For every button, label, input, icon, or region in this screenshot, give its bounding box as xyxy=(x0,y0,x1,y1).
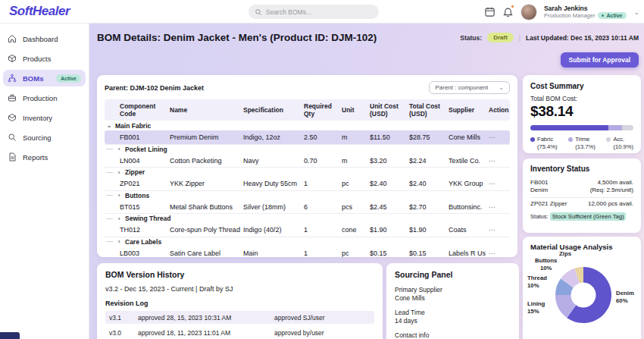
sidebar-item-products[interactable]: Products xyxy=(3,50,86,67)
user-info[interactable]: Sarah Jenkins Production Manager Active xyxy=(544,5,627,20)
inventory-status-title: Inventory Status xyxy=(530,165,633,173)
sidebar-item-boms[interactable]: BOMsActive xyxy=(3,70,86,86)
chevron-right-icon: › xyxy=(116,192,122,199)
main-content: BOM Details: Denim Jacket - Men's (Produ… xyxy=(89,24,644,339)
bom-table-card: Parent: DJM-102 Denim Jacket Parent : co… xyxy=(97,75,517,257)
chevron-right-icon: › xyxy=(116,169,122,176)
table-row-th012[interactable]: TH012Core-spun Poly ThreadIndigo (40/2)1… xyxy=(105,223,510,237)
inventory-status-line: Status: Stock Sufficient (Green Tag) xyxy=(530,213,633,220)
total-cost-label: Total BOM Cost: xyxy=(530,95,633,102)
sidebar: DashboardProductsBOMsActiveProductionInv… xyxy=(0,24,89,339)
column-header: Name xyxy=(170,106,243,114)
sidebar-item-dashboard[interactable]: Dashboard xyxy=(3,30,86,47)
column-header: Unit xyxy=(342,106,370,114)
row-actions-icon[interactable]: ⋯ xyxy=(489,250,510,257)
search-icon xyxy=(255,8,262,16)
group-row-buttons[interactable]: ›Buttons xyxy=(105,190,510,200)
inventory-row: ZP021 Zipper12,000 pcs avail. xyxy=(530,197,633,210)
stock-sufficient-tag: Stock Sufficient (Green Tag) xyxy=(550,212,627,221)
submit-for-approval-button[interactable]: Submit for Approval xyxy=(561,52,639,67)
table-row-ln004[interactable]: LN004Cotton PacketingNavy0.70m$3.20$2.24… xyxy=(105,154,510,168)
divider: | xyxy=(519,34,521,42)
version-history-card: BOM Version History v3.2 - Dec 15, 2023 … xyxy=(97,263,383,339)
revision-log-list: v3.1approved 28, 15, 2023 10:31 AMapprov… xyxy=(105,311,374,339)
contact-info: Contact info sarahjenin@gioajis.com xyxy=(395,331,511,339)
legend-item: Fabric(75.4%) xyxy=(530,136,558,151)
legend-item: Acc.(10.9%) xyxy=(606,136,633,151)
status-badge: Active xyxy=(598,12,627,20)
legend-item: Trime(13.7%) xyxy=(568,136,596,151)
table-row-bt015[interactable]: BT015Metal Shank ButtonsSilver (18mm)6pc… xyxy=(105,200,510,214)
total-cost-value: $38.14 xyxy=(530,103,633,120)
table-row-zp021[interactable]: ZP021YKK ZipperHeavy Duty 55cm1pc$2.40$2… xyxy=(105,177,510,190)
sidebar-item-sourcing[interactable]: Sourcing xyxy=(3,129,86,146)
topbar-right: Sarah Jenkins Production Manager Active … xyxy=(484,0,639,24)
cost-legend: Fabric(75.4%)Trime(13.7%)Acc.(10.9%) xyxy=(530,136,633,151)
user-role: Production Manager Active xyxy=(544,12,627,20)
factory-icon xyxy=(8,93,17,102)
chevron-right-icon: › xyxy=(116,146,122,152)
sidebar-nav: DashboardProductsBOMsActiveProductionInv… xyxy=(0,30,89,165)
last-updated: Last Updated: Dec 15, 2023 10:11 AM xyxy=(526,34,639,42)
column-header: Specification xyxy=(243,106,304,114)
version-history-title: BOM Version History xyxy=(105,270,374,279)
sidebar-item-reports[interactable]: Reports xyxy=(3,149,86,165)
table-header-row: Component CodeNameSpecificationRequired … xyxy=(105,99,510,121)
sourcing-panel-card: Sourcing Panel Primary Supplier Cone Mil… xyxy=(386,263,519,339)
group-row-pocket-lining[interactable]: ›Pocket Lining xyxy=(105,144,510,154)
status-label: Status: xyxy=(460,34,482,42)
primary-supplier: Primary Supplier Cone Mills xyxy=(395,286,511,303)
bar-segment-acc xyxy=(622,125,633,130)
row-actions-icon[interactable]: ⋯ xyxy=(489,133,510,141)
inventory-status-card: Inventory Status FB001 Denim4,500m avail… xyxy=(523,159,641,233)
revision-row-v3.0: v3.0approved 18, 11, 2023 11:01 AMapprov… xyxy=(105,326,374,339)
bar-segment-fabric xyxy=(530,125,608,130)
row-actions-icon[interactable]: ⋯ xyxy=(489,203,510,211)
bar-segment-trime xyxy=(608,125,623,130)
group-row-main-fabric[interactable]: ⌄Main Fabric xyxy=(105,121,510,130)
status-dot xyxy=(602,14,604,17)
sidebar-item-production[interactable]: Production xyxy=(3,89,86,106)
cutoff-element xyxy=(0,332,20,339)
view-mode-dropdown[interactable]: Parent : component ⌄ xyxy=(429,81,510,94)
chevron-right-icon: › xyxy=(116,215,122,222)
cost-summary-card: Cost Summary Total BOM Cost: $38.14 Fabr… xyxy=(523,75,641,153)
row-actions-icon[interactable]: ⋯ xyxy=(489,157,510,165)
page-title: BOM Details: Denim Jacket - Men's (Produ… xyxy=(97,32,377,43)
avatar[interactable] xyxy=(521,4,537,20)
topbar: SoftHealer Sarah Jenkins Production Mana… xyxy=(0,0,644,24)
document-icon xyxy=(8,152,17,162)
bell-icon[interactable] xyxy=(502,6,514,17)
box-icon xyxy=(8,113,17,122)
table-body: ⌄Main FabricFB001Premium DenimIndigo, 12… xyxy=(105,121,510,259)
chevron-down-icon[interactable]: ⌄ xyxy=(633,8,639,16)
revision-log-label: Revision Log xyxy=(105,300,374,307)
column-header: Supplier xyxy=(449,106,489,114)
table-row-lb003[interactable]: LB003Satin Care LabelMain1pc$0.15$0.15La… xyxy=(105,246,510,260)
table-card-header: Parent: DJM-102 Denim Jacket Parent : co… xyxy=(105,81,510,94)
current-version: v3.2 - Dec 15, 2023 - Current | Draft by… xyxy=(105,285,374,293)
inventory-row: FB001 Denim4,500m avail. (Req: 2.5m/unit… xyxy=(530,177,633,197)
cost-breakdown-bar xyxy=(530,125,633,130)
column-header: Required Qty xyxy=(304,102,342,118)
group-row-zipper[interactable]: ›Zipper xyxy=(105,167,510,177)
search-input[interactable] xyxy=(266,8,373,16)
search-bar[interactable] xyxy=(249,5,379,19)
parent-label: Parent: DJM-102 Denim Jacket xyxy=(105,84,204,92)
material-usage-title: Material Usage Analysis xyxy=(530,243,633,251)
row-actions-icon[interactable]: ⋯ xyxy=(489,226,510,234)
table-row-fb001[interactable]: FB001Premium DenimIndigo, 12oz2.50m$11.5… xyxy=(105,130,510,144)
page-header: BOM Details: Denim Jacket - Men's (Produ… xyxy=(97,32,639,43)
donut-label-thread: Thread 10% xyxy=(527,275,547,289)
group-row-sewing-thread[interactable]: ›Sewing Thread xyxy=(105,213,510,223)
sidebar-item-inventory[interactable]: Inventory xyxy=(3,109,86,126)
row-actions-icon[interactable]: ⋯ xyxy=(489,180,510,187)
lead-time: Lead Time 14 days xyxy=(395,309,511,325)
hierarchy-icon xyxy=(8,74,17,83)
cost-summary-title: Cost Summary xyxy=(530,82,633,90)
home-icon xyxy=(8,34,17,43)
revision-row-v3.1: v3.1approved 28, 15, 2023 10:31 AMapprov… xyxy=(105,311,374,324)
notification-dot xyxy=(511,5,514,8)
calendar-icon[interactable] xyxy=(484,6,496,17)
group-row-care-labels[interactable]: ›Care Labels xyxy=(105,237,510,246)
